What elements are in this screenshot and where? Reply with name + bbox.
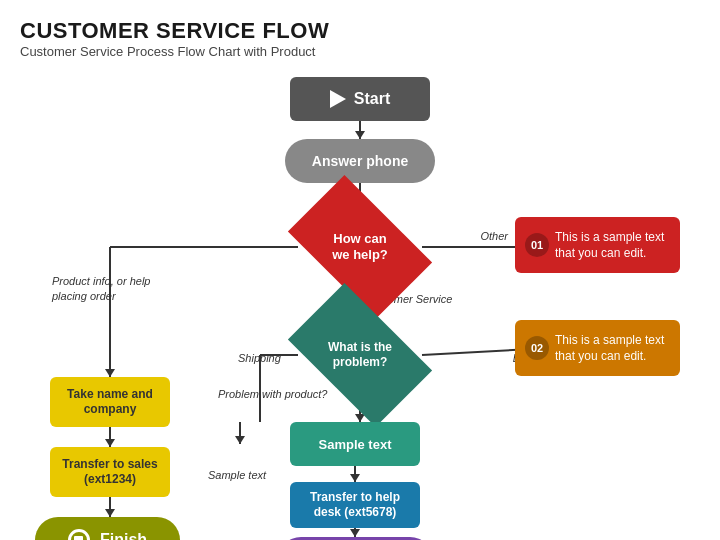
svg-marker-26 bbox=[350, 529, 360, 537]
card-badge-1: 01 bbox=[525, 233, 549, 257]
finish-button-left[interactable]: Finish bbox=[35, 517, 180, 540]
answer-phone-label: Answer phone bbox=[312, 153, 408, 169]
card-text-1: This is a sample text that you can edit. bbox=[555, 229, 670, 263]
box-sample-text: Sample text bbox=[290, 422, 420, 466]
box-take-name: Take name and company bbox=[50, 377, 170, 427]
diamond-how-can-we-help: How canwe help? bbox=[298, 207, 422, 287]
diamond-text-2: What is theproblem? bbox=[298, 315, 422, 395]
finish-left-label: Finish bbox=[100, 531, 147, 540]
start-label: Start bbox=[354, 90, 390, 108]
box-take-name-label: Take name and company bbox=[67, 387, 153, 418]
box-sample-text-label: Sample text bbox=[319, 437, 392, 452]
label-other: Other bbox=[480, 230, 508, 242]
diamond-what-is-problem: What is theproblem? bbox=[298, 315, 422, 395]
start-block: Start bbox=[290, 77, 430, 121]
svg-marker-22 bbox=[105, 509, 115, 517]
stop-square-left bbox=[74, 536, 83, 540]
answer-phone-shape: Answer phone bbox=[285, 139, 435, 183]
box-transfer-help-label: Transfer to help desk (ext5678) bbox=[310, 490, 400, 521]
box-transfer-sales: Transfer to sales (ext1234) bbox=[50, 447, 170, 497]
diamond-text-1: How canwe help? bbox=[298, 207, 422, 287]
card-red: 01 This is a sample text that you can ed… bbox=[515, 217, 680, 273]
label-product-info: Product info, or help placing order bbox=[52, 274, 152, 303]
stop-icon-left bbox=[68, 529, 90, 540]
page: CUSTOMER SERVICE FLOW Customer Service P… bbox=[0, 0, 720, 540]
flow-diagram: Product info, or help placing order Othe… bbox=[20, 67, 700, 527]
svg-marker-16 bbox=[235, 436, 245, 444]
card-badge-2: 02 bbox=[525, 336, 549, 360]
svg-marker-24 bbox=[350, 474, 360, 482]
svg-marker-10 bbox=[105, 369, 115, 377]
svg-marker-20 bbox=[105, 439, 115, 447]
title: CUSTOMER SERVICE FLOW bbox=[20, 18, 700, 44]
box-transfer-sales-label: Transfer to sales (ext1234) bbox=[62, 457, 157, 488]
label-shipping: Shipping bbox=[238, 352, 281, 364]
card-text-2: This is a sample text that you can edit. bbox=[555, 332, 670, 366]
label-sample-text: Sample text bbox=[208, 469, 266, 481]
play-icon bbox=[330, 90, 346, 108]
svg-marker-1 bbox=[355, 131, 365, 139]
card-orange: 02 This is a sample text that you can ed… bbox=[515, 320, 680, 376]
box-transfer-help: Transfer to help desk (ext5678) bbox=[290, 482, 420, 528]
subtitle: Customer Service Process Flow Chart with… bbox=[20, 44, 700, 59]
